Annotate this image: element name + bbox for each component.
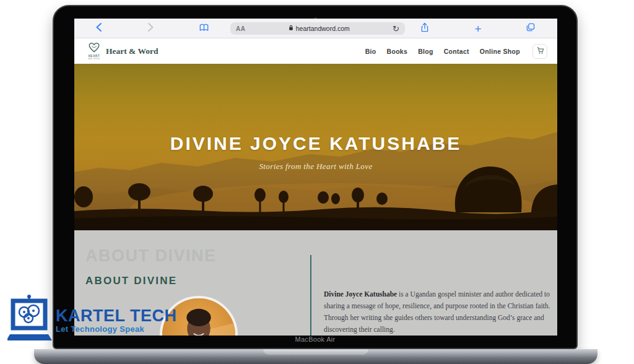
- back-button[interactable]: [88, 19, 109, 38]
- mockup-canvas: MacBook Air AA: [0, 0, 634, 364]
- nav-bio[interactable]: Bio: [365, 48, 376, 55]
- kartel-text-block: KARTEL TECH Let Technology Speak: [56, 307, 177, 334]
- macbook-base: [34, 349, 597, 364]
- hero-subtitle: Stories from the Heart with Love: [74, 162, 557, 171]
- reader-aa-button[interactable]: AA: [236, 25, 245, 32]
- about-paragraph: Divine Joyce Katushabe is a Ugandan gosp…: [324, 288, 550, 336]
- kartel-tagline: Let Technology Speak: [56, 325, 177, 334]
- screen: AA heartandword.com ↻ +: [74, 19, 557, 336]
- new-tab-button[interactable]: +: [467, 19, 489, 38]
- site-header: HEART AND WORD Heart & Word Bio Books Bl…: [74, 38, 557, 64]
- kartel-tech-watermark: KARTEL TECH Let Technology Speak: [7, 293, 177, 345]
- primary-nav: Bio Books Blog Contact Online Shop: [365, 44, 547, 59]
- site-title[interactable]: Heart & Word: [106, 46, 158, 56]
- lock-icon: [289, 25, 293, 32]
- forward-button[interactable]: [140, 19, 161, 38]
- nav-online-shop[interactable]: Online Shop: [480, 48, 520, 55]
- refresh-icon[interactable]: ↻: [393, 25, 399, 33]
- site-logo[interactable]: HEART AND WORD: [88, 42, 100, 60]
- heart-logo-icon: [88, 42, 100, 54]
- nav-books[interactable]: Books: [387, 48, 408, 55]
- tabs-button[interactable]: [520, 19, 541, 38]
- plus-icon: +: [474, 23, 481, 35]
- logo-mark-subtext: AND WORD: [89, 58, 100, 60]
- cart-button[interactable]: [532, 44, 547, 59]
- tabs-icon: [526, 22, 536, 35]
- section-divider: [310, 255, 311, 336]
- about-watermark-text: ABOUT DIVINE: [85, 246, 217, 266]
- address-bar-url: heartandword.com: [245, 25, 393, 32]
- share-button[interactable]: [414, 19, 435, 38]
- address-bar[interactable]: AA heartandword.com ↻: [230, 22, 405, 35]
- browser-toolbar: AA heartandword.com ↻ +: [74, 19, 557, 38]
- kartel-laptop-brain-icon: [7, 293, 53, 345]
- shopping-cart-icon: [536, 46, 544, 57]
- about-heading: ABOUT DIVINE: [85, 275, 177, 287]
- share-icon: [420, 22, 429, 35]
- hero-section: DIVINE JOYCE KATUSHABE Stories from the …: [74, 64, 557, 230]
- kartel-title: KARTEL TECH: [56, 307, 177, 324]
- chevron-right-icon: [147, 22, 154, 35]
- nav-blog[interactable]: Blog: [418, 48, 433, 55]
- lid-notch: [263, 349, 368, 355]
- chevron-left-icon: [95, 22, 102, 35]
- hero-title: DIVINE JOYCE KATUSHABE: [74, 133, 557, 154]
- author-name: Divine Joyce Katushabe: [324, 290, 397, 298]
- nav-contact[interactable]: Contact: [444, 48, 469, 55]
- open-book-icon: [199, 23, 209, 35]
- bookmarks-button[interactable]: [193, 19, 214, 38]
